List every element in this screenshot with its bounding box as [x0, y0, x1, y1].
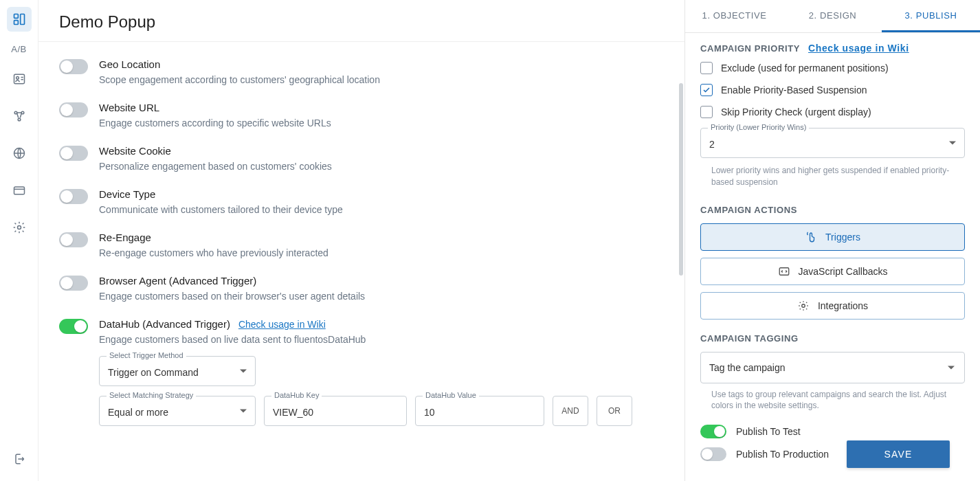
priority-hint: Lower priority wins and higher gets susp…	[711, 165, 965, 188]
page-title: Demo Popup	[38, 0, 684, 41]
trigger-desc: Engage customers based on live data sent…	[99, 334, 664, 345]
svg-rect-11	[779, 267, 789, 275]
dashboard-icon[interactable]	[7, 7, 32, 32]
trigger-row: Re-EngageRe-engage customers who have pr…	[59, 215, 664, 258]
trigger-toggle[interactable]	[59, 146, 88, 161]
scrollbar-thumb[interactable]	[679, 83, 683, 276]
trigger-toggle[interactable]	[59, 102, 88, 118]
chevron-down-icon	[949, 142, 956, 145]
datahub-config: Select Trigger Method Trigger on Command…	[59, 356, 664, 426]
trigger-label: Browser Agent (Advanced Trigger)	[99, 275, 664, 287]
trigger-row: Geo LocationScope engagement according t…	[59, 42, 664, 85]
tab-design[interactable]: 2. DESIGN	[783, 0, 882, 32]
checkbox-icon	[700, 106, 713, 118]
automation-icon[interactable]	[7, 104, 32, 128]
svg-point-4	[16, 77, 19, 80]
tab-publish[interactable]: 3. PUBLISH	[882, 0, 980, 32]
trigger-label: Geo Location	[99, 58, 664, 70]
trigger-toggle[interactable]	[59, 232, 88, 247]
or-button[interactable]: OR	[597, 396, 632, 426]
stepper-tabs: 1. OBJECTIVE 2. DESIGN 3. PUBLISH	[685, 0, 980, 33]
trigger-row: Website CookiePersonalize engagement bas…	[59, 128, 664, 172]
svg-rect-1	[20, 14, 24, 25]
logout-icon[interactable]	[7, 447, 32, 471]
trigger-row: DataHub (Advanced Trigger)Check usage in…	[59, 302, 664, 345]
trigger-desc: Communicate with customers tailored to t…	[99, 204, 664, 215]
trigger-desc: Scope engagement according to customers'…	[99, 74, 664, 85]
trigger-label: Re-Engage	[99, 232, 664, 243]
trigger-row: Device TypeCommunicate with customers ta…	[59, 172, 664, 215]
billing-icon[interactable]	[7, 178, 32, 203]
globe-icon[interactable]	[7, 141, 32, 166]
actions-heading: CAMPAIGN ACTIONS	[700, 205, 965, 215]
datahub-value-input[interactable]: DataHub Value	[415, 396, 544, 426]
code-icon	[778, 265, 790, 278]
tag-select[interactable]: Tag the campaign	[700, 352, 965, 383]
priority-wiki-link[interactable]: Check usage in Wiki	[808, 43, 909, 54]
trigger-row: Browser Agent (Advanced Trigger)Engage c…	[59, 258, 664, 302]
datahub-key-input[interactable]: DataHub Key	[264, 396, 407, 426]
left-sidebar: A/B	[0, 0, 38, 481]
priority-heading: CAMPAIGN PRIORITY Check usage in Wiki	[700, 43, 965, 54]
trigger-label: Website Cookie	[99, 145, 664, 157]
trigger-label: Website URL	[99, 102, 664, 113]
save-button[interactable]: SAVE	[847, 440, 950, 468]
trigger-desc: Re-engage customers who have previously …	[99, 247, 664, 258]
svg-rect-0	[14, 14, 18, 19]
gear-icon	[797, 300, 810, 312]
trigger-method-select[interactable]: Select Trigger Method Trigger on Command	[99, 356, 256, 386]
svg-rect-9	[14, 187, 24, 194]
trigger-toggle[interactable]	[59, 276, 88, 291]
ab-test-icon[interactable]: A/B	[11, 44, 26, 54]
wiki-link[interactable]: Check usage in Wiki	[238, 319, 326, 330]
main-panel: Demo Popup Geo LocationScope engagement …	[38, 0, 685, 481]
chevron-down-icon	[948, 366, 955, 369]
trigger-label: Device Type	[99, 188, 664, 200]
chevron-down-icon	[240, 370, 247, 373]
trigger-row: Website URLEngage customers according to…	[59, 85, 664, 128]
svg-point-12	[802, 304, 805, 307]
svg-point-10	[17, 226, 21, 230]
integrations-button[interactable]: Integrations	[700, 292, 965, 320]
right-panel: 1. OBJECTIVE 2. DESIGN 3. PUBLISH CAMPAI…	[685, 0, 980, 481]
settings-icon[interactable]	[7, 215, 32, 240]
matching-strategy-select[interactable]: Select Matching Strategy Equal or more	[99, 396, 256, 426]
triggers-button[interactable]: Triggers	[700, 223, 965, 251]
triggers-scroll[interactable]: Geo LocationScope engagement according t…	[38, 42, 684, 481]
svg-rect-3	[14, 74, 24, 83]
chevron-down-icon	[240, 410, 247, 413]
trigger-desc: Engage customers based on their browser'…	[99, 291, 664, 302]
trigger-label: DataHub (Advanced Trigger)Check usage in…	[99, 318, 664, 330]
trigger-desc: Personalize engagement based on customer…	[99, 161, 664, 172]
user-card-icon[interactable]	[7, 67, 32, 91]
publish-test-toggle[interactable]	[700, 425, 726, 438]
enable-suspension-checkbox[interactable]: Enable Priority-Based Suspension	[700, 84, 965, 96]
skip-priority-checkbox[interactable]: Skip Priority Check (urgent display)	[700, 106, 965, 118]
checkbox-icon	[700, 62, 713, 74]
trigger-desc: Engage customers according to specific w…	[99, 118, 664, 128]
svg-point-7	[18, 118, 21, 121]
publish-test-row: Publish To Test	[700, 424, 965, 438]
and-button[interactable]: AND	[553, 396, 588, 426]
checkbox-checked-icon	[700, 84, 713, 96]
tagging-heading: CAMPAIGN TAGGING	[700, 333, 965, 344]
tap-icon	[805, 231, 817, 243]
priority-select[interactable]: Priority (Lower Priority Wins) 2	[700, 128, 965, 158]
trigger-toggle[interactable]	[59, 189, 88, 204]
trigger-toggle[interactable]	[59, 59, 88, 74]
publish-prod-toggle[interactable]	[700, 447, 726, 461]
tab-objective[interactable]: 1. OBJECTIVE	[685, 0, 783, 32]
svg-rect-2	[14, 21, 18, 25]
exclude-checkbox[interactable]: Exclude (used for permanent positions)	[700, 62, 965, 74]
tagging-hint: Use tags to group relevant campaigns and…	[711, 389, 965, 412]
trigger-toggle[interactable]	[59, 319, 88, 334]
js-callbacks-button[interactable]: JavaScript Callbacks	[700, 258, 965, 285]
